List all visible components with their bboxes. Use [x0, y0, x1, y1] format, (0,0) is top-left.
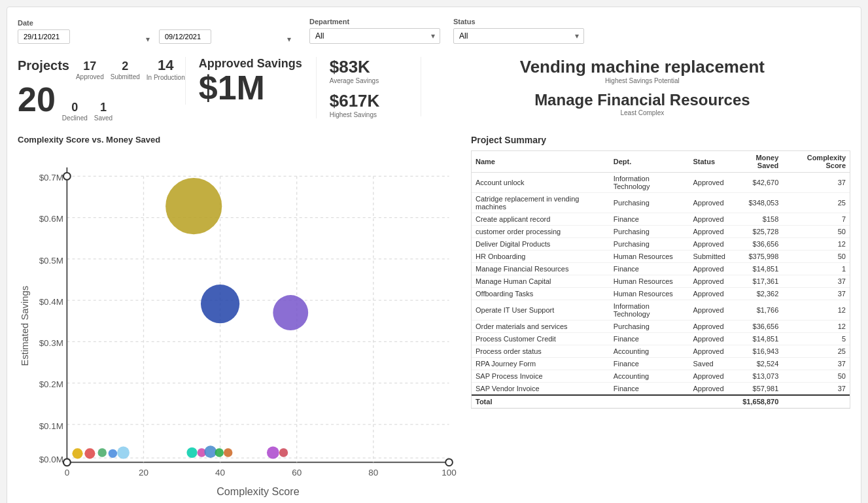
table-row[interactable]: Create applicant recordFinanceApproved$1… [472, 213, 850, 226]
table-cell: $25,728 [729, 226, 782, 238]
table-cell: $16,943 [729, 345, 782, 358]
table-footer: Total $1,658,870 [472, 395, 850, 408]
status-select-wrap[interactable]: All [453, 28, 584, 44]
table-row[interactable]: SAP Process InvoiceAccountingApproved$13… [472, 370, 850, 383]
table-row[interactable]: Account unlockInformation TechnologyAppr… [472, 173, 850, 193]
table-header: Name Dept. Status Money Saved Complexity… [472, 151, 850, 173]
table-cell: Approved [689, 345, 729, 358]
svg-text:$0.7M: $0.7M [39, 173, 63, 182]
table-cell: $36,656 [729, 238, 782, 251]
table-cell: SAP Process Invoice [472, 370, 610, 383]
table-cell: Process Customer Credit [472, 333, 610, 345]
table-row[interactable]: customer order processingPurchasingAppro… [472, 226, 850, 238]
table-cell: customer order processing [472, 226, 610, 238]
table-cell: $158 [729, 213, 782, 226]
table-row[interactable]: Manage Human CapitalHuman ResourcesAppro… [472, 275, 850, 288]
svg-text:$0.3M: $0.3M [39, 338, 63, 348]
chart-title: Complexity Score vs. Money Saved [18, 135, 458, 145]
table-cell: Finance [610, 333, 689, 345]
chart-container: Estimated Savings $0.7M $0.6M $0.5M $0.4… [18, 150, 458, 503]
table-row[interactable]: HR OnboardingHuman ResourcesSubmitted$37… [472, 251, 850, 263]
table-cell: 37 [782, 275, 850, 288]
table-cell: Human Resources [610, 288, 689, 300]
saved-val: 1 [100, 101, 107, 114]
table-cell: Approved [689, 173, 729, 193]
y-axis-label: Estimated Savings [20, 286, 30, 366]
table-cell: 25 [782, 345, 850, 358]
col-status: Status [689, 151, 729, 173]
date-from-input[interactable] [18, 29, 70, 44]
table-cell: Approved [689, 238, 729, 251]
table-cell: Deliver Digital Products [472, 238, 610, 251]
date-to-input[interactable] [159, 29, 211, 44]
table-row[interactable]: Process order statusAccountingApproved$1… [472, 345, 850, 358]
status-select[interactable]: All [453, 28, 584, 44]
table-cell: Purchasing [610, 226, 689, 238]
saved-label: Saved [94, 114, 113, 122]
highest-savings-label: Highest Savings [330, 111, 421, 118]
department-select-wrap[interactable]: All [309, 28, 440, 44]
table-row[interactable]: Deliver Digital ProductsPurchasingApprov… [472, 238, 850, 251]
table-cell: Order materials and services [472, 321, 610, 333]
col-name: Name [472, 151, 610, 173]
table-cell: $42,670 [729, 173, 782, 193]
kpi-projects: Projects 17 Approved 2 Submitted 14 In P… [18, 57, 185, 122]
status-filter-group: Status All [453, 18, 584, 44]
table-row[interactable]: Offboarding TasksHuman ResourcesApproved… [472, 288, 850, 300]
bubble-small6 [186, 447, 197, 458]
table-row[interactable]: Catridge replacement in vending machines… [472, 193, 850, 213]
table-section: Project Summary Name Dept. Status Money … [471, 135, 850, 503]
highlight1-title: Vending machine replacement [434, 57, 850, 77]
svg-text:80: 80 [368, 468, 378, 477]
table-cell: Account unlock [472, 173, 610, 193]
table-cell: Manage Human Capital [472, 275, 610, 288]
table-row[interactable]: Order materials and servicesPurchasingAp… [472, 321, 850, 333]
highlight1-subtitle: Highest Savings Potential [434, 77, 850, 84]
table-row[interactable]: Process Customer CreditFinanceApproved$1… [472, 333, 850, 345]
table-cell: 50 [782, 370, 850, 383]
date-from-wrap[interactable] [18, 29, 155, 44]
svg-point-30 [63, 459, 71, 466]
svg-text:$0.5M: $0.5M [39, 256, 63, 266]
svg-text:$0.0M: $0.0M [39, 455, 63, 464]
table-cell: Purchasing [610, 321, 689, 333]
table-row[interactable]: Operate IT User SupportInformation Techn… [472, 300, 850, 321]
table-cell: 1 [782, 263, 850, 275]
table-cell: $1,766 [729, 300, 782, 321]
table-cell: HR Onboarding [472, 251, 610, 263]
table-cell: 12 [782, 300, 850, 321]
table-cell: $57,981 [729, 383, 782, 396]
table-cell: Catridge replacement in vending machines [472, 193, 610, 213]
table-cell: $14,851 [729, 263, 782, 275]
table-cell: 5 [782, 333, 850, 345]
table-cell: Process order status [472, 345, 610, 358]
bubble-small10 [224, 448, 232, 457]
highest-savings-val: $617K [330, 91, 421, 111]
table-title: Project Summary [471, 135, 850, 145]
table-cell: 37 [782, 173, 850, 193]
table-cell: 12 [782, 238, 850, 251]
kpi-savings: Approved Savings $1M [185, 57, 316, 105]
table-cell: Approved [689, 213, 729, 226]
table-cell: Approved [689, 226, 729, 238]
table-row[interactable]: SAP Vendor InvoiceFinanceApproved$57,981… [472, 383, 850, 396]
status-filter-label: Status [453, 18, 584, 26]
bubble-small8 [204, 445, 217, 458]
department-select[interactable]: All [309, 28, 440, 44]
svg-text:0: 0 [65, 468, 69, 477]
table-row[interactable]: Manage Financial ResourcesFinanceApprove… [472, 263, 850, 275]
svg-point-28 [63, 173, 71, 180]
declined-label: Declined [62, 114, 88, 122]
x-axis-label: Complexity Score [217, 485, 300, 497]
table-scroll-wrap[interactable]: Name Dept. Status Money Saved Complexity… [471, 150, 850, 409]
table-row[interactable]: RPA Journey FormFinanceSaved$2,52437 [472, 358, 850, 370]
bubble-small9 [215, 448, 224, 457]
table-cell: $36,656 [729, 321, 782, 333]
svg-text:$0.6M: $0.6M [39, 214, 63, 224]
date-to-wrap[interactable] [159, 29, 296, 44]
table-cell: Information Technology [610, 300, 689, 321]
table-cell: Operate IT User Support [472, 300, 610, 321]
kpi-row: Projects 17 Approved 2 Submitted 14 In P… [18, 57, 850, 122]
table-cell: $14,851 [729, 333, 782, 345]
date-filter-group: Date [18, 19, 296, 44]
